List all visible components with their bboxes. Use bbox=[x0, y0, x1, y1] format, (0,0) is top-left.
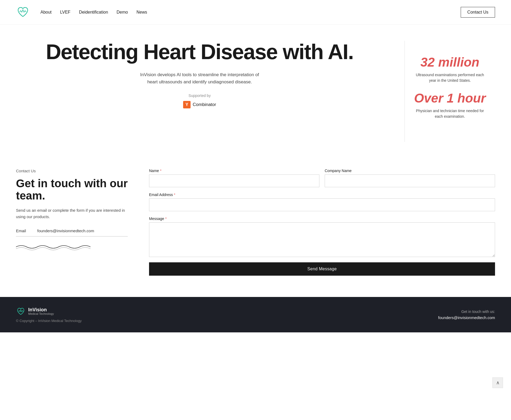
nav-lvef[interactable]: LVEF bbox=[60, 10, 71, 15]
footer-logo-icon bbox=[16, 307, 26, 316]
contact-label: Contact Us bbox=[16, 169, 128, 173]
footer-logo-row: InVision Medical Technology bbox=[16, 307, 82, 316]
ycombinator-badge: Y Combinator bbox=[16, 101, 383, 108]
email-label: Email Address * bbox=[149, 193, 495, 197]
footer-copyright: © Copyright – InVision Medical Technolog… bbox=[16, 319, 82, 323]
email-row: Email founders@invisionmedtech.com bbox=[16, 229, 128, 236]
hero-stats: 32 million Ultrasound examinations perfo… bbox=[405, 41, 495, 142]
hero-subtitle: InVision develops AI tools to streamline… bbox=[136, 71, 263, 85]
form-group-name: Name * bbox=[149, 169, 319, 187]
hero-left: Detecting Heart Disease with AI. InVisio… bbox=[16, 41, 394, 142]
contact-description: Send us an email or complete the form if… bbox=[16, 207, 128, 220]
email-field-label: Email bbox=[16, 229, 37, 233]
header: About LVEF Deidentification Demo News Co… bbox=[0, 0, 511, 25]
logo-icon bbox=[16, 5, 30, 20]
message-label: Message * bbox=[149, 217, 495, 221]
header-left: About LVEF Deidentification Demo News bbox=[16, 5, 147, 20]
stat-desc-1: Ultrasound examinations performed each y… bbox=[413, 72, 487, 83]
company-label: Company Name bbox=[325, 169, 495, 173]
nav-about[interactable]: About bbox=[40, 10, 52, 15]
email-input[interactable] bbox=[149, 198, 495, 211]
message-required-star: * bbox=[164, 217, 167, 221]
email-required-star: * bbox=[173, 193, 175, 197]
stat-desc-2: Physician and technician time needed for… bbox=[413, 108, 487, 119]
footer-email: founders@invisionmedtech.com bbox=[438, 315, 495, 320]
nav-news[interactable]: News bbox=[137, 10, 147, 15]
form-group-message: Message * bbox=[149, 217, 495, 257]
contact-heading: Get in touch with our team. bbox=[16, 177, 128, 202]
supported-by-label: Supported by bbox=[16, 93, 383, 98]
yc-label: Combinator bbox=[193, 102, 216, 107]
footer-get-in-touch: Get in touch with us: bbox=[438, 309, 495, 314]
footer-brand-text: InVision Medical Technology bbox=[28, 307, 54, 316]
contact-form: Name * Company Name Email Address * Mess… bbox=[149, 169, 495, 276]
footer-brand-sub: Medical Technology bbox=[28, 312, 54, 315]
name-label: Name * bbox=[149, 169, 319, 173]
company-input[interactable] bbox=[325, 174, 495, 187]
footer: InVision Medical Technology © Copyright … bbox=[0, 297, 511, 332]
name-required-star: * bbox=[159, 169, 161, 173]
form-group-email: Email Address * bbox=[149, 193, 495, 211]
hero-section: Detecting Heart Disease with AI. InVisio… bbox=[0, 25, 511, 153]
contact-left: Contact Us Get in touch with our team. S… bbox=[16, 169, 128, 276]
name-input[interactable] bbox=[149, 174, 319, 187]
logo-area bbox=[16, 5, 30, 20]
contact-email-value: founders@invisionmedtech.com bbox=[37, 229, 94, 233]
nav-demo[interactable]: Demo bbox=[117, 10, 128, 15]
yc-badge-icon: Y bbox=[183, 101, 191, 108]
stat-value-1: 32 million bbox=[421, 55, 479, 70]
send-message-button[interactable]: Send Message bbox=[149, 262, 495, 276]
wave-decoration bbox=[16, 243, 128, 252]
footer-right: Get in touch with us: founders@invisionm… bbox=[438, 309, 495, 320]
contact-section: Contact Us Get in touch with our team. S… bbox=[0, 153, 511, 297]
footer-brand-name: InVision bbox=[28, 307, 54, 313]
contact-us-button[interactable]: Contact Us bbox=[461, 7, 495, 18]
footer-left: InVision Medical Technology © Copyright … bbox=[16, 307, 82, 323]
form-group-company: Company Name bbox=[325, 169, 495, 187]
message-textarea[interactable] bbox=[149, 222, 495, 257]
hero-title: Detecting Heart Disease with AI. bbox=[16, 41, 383, 63]
nav-deidentification[interactable]: Deidentification bbox=[79, 10, 108, 15]
form-row-name-company: Name * Company Name bbox=[149, 169, 495, 187]
main-nav: About LVEF Deidentification Demo News bbox=[40, 10, 147, 15]
stat-value-2: Over 1 hour bbox=[414, 91, 486, 105]
